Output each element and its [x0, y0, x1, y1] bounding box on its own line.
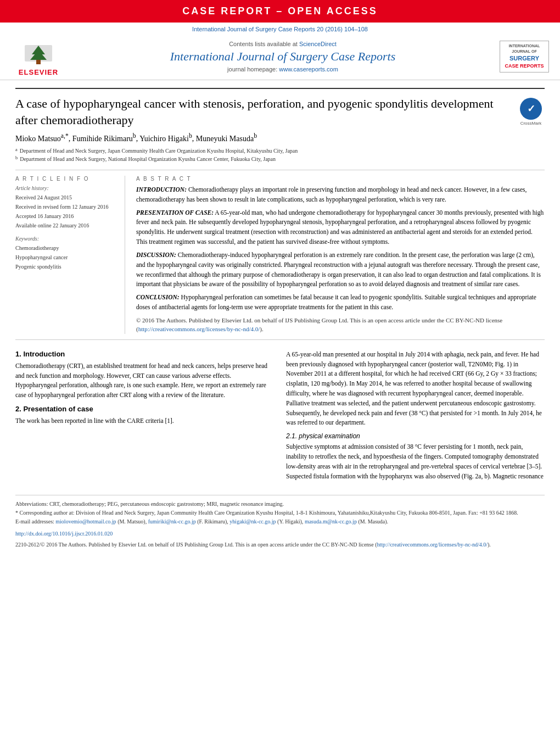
journal-title: International Journal of Surgery Case Re… — [66, 49, 500, 64]
right-paragraph: A 65-year-old man presented at our hospi… — [286, 350, 545, 428]
journal-homepage: journal homepage: www.casereports.com — [66, 66, 500, 72]
author-higaki: Yuichiro Higakib, — [139, 135, 196, 143]
article-info-column: A R T I C L E I N F O Article history: R… — [15, 176, 125, 334]
accepted-date: Accepted 16 January 2016 — [15, 211, 117, 221]
sciencedirect-link[interactable]: ScienceDirect — [299, 41, 337, 47]
physical-paragraph: Subjective symptoms at admission consist… — [286, 442, 545, 481]
keywords-block: Keywords: Chemoradiotherapy Hypopharynge… — [15, 236, 117, 271]
body-divider — [15, 339, 545, 340]
keyword-2: Hypopharyngeal cancer — [15, 253, 117, 262]
doi-link[interactable]: http://dx.doi.org/10.1016/j.ijscr.2016.0… — [15, 531, 113, 537]
author-matsuo: Mioko Matsuoa,*, — [15, 135, 72, 143]
keyword-1: Chemoradiotherapy — [15, 243, 117, 253]
body-columns: 1. Introduction Chemoradiotherapy (CRT),… — [15, 350, 545, 486]
abstract-label: A B S T R A C T — [136, 176, 545, 182]
affiliations: aDepartment of Head and Neck Surgery, Ja… — [15, 147, 545, 163]
article-history-label: Article history: — [15, 185, 117, 191]
email1-name: (M. Matsuo), — [117, 518, 147, 525]
doi-line: http://dx.doi.org/10.1016/j.ijscr.2016.0… — [15, 529, 545, 538]
article-info-abstract: A R T I C L E I N F O Article history: R… — [15, 176, 545, 334]
journal-center-info: Contents lists available at ScienceDirec… — [66, 41, 500, 72]
abstract-intro-heading: INTRODUCTION: — [136, 186, 187, 193]
badge-box: INTERNATIONAL JOURNAL OF SURGERY CASE RE… — [500, 41, 549, 72]
body-left: 1. Introduction Chemoradiotherapy (CRT),… — [15, 350, 274, 486]
journal-citation-text: International Journal of Surgery Case Re… — [192, 26, 368, 32]
authors-line: Mioko Matsuoa,*, Fumihide Rikimarub, Yui… — [15, 132, 545, 143]
cc-link[interactable]: http://creativecommons.org/licenses/by-n… — [377, 542, 488, 548]
case-heading: 2. Presentation of case — [15, 405, 274, 413]
abstract-discussion-heading: DISCUSSION: — [136, 252, 176, 258]
affil-b: bDepartment of Head and Neck Surgery, Na… — [15, 155, 545, 163]
header-row: 🌿 ELSEVIER Contents lists available at S… — [0, 34, 560, 80]
article-info-label: A R T I C L E I N F O — [15, 176, 117, 182]
elsevier-name-text: ELSEVIER — [19, 68, 58, 76]
crossmark-label: CrossMark — [520, 121, 542, 126]
crossmark[interactable]: ✓ CrossMark — [517, 96, 545, 126]
affil-a: aDepartment of Head and Neck Surgery, Ja… — [15, 147, 545, 155]
abstract-case: PRESENTATION OF CASE: A 65-year-old man,… — [136, 208, 545, 247]
intro-paragraph: Chemoradiotherapy (CRT), an established … — [15, 361, 274, 400]
elsevier-tree-icon: 🌿 — [16, 37, 60, 67]
abstract-intro: INTRODUCTION: Chemoradiotherapy plays an… — [136, 185, 545, 205]
email-line: E-mail addresses: miolovemio@hotmail.co.… — [15, 517, 545, 526]
abstract-conclusion: CONCLUSION: Hypopharyngeal perforation c… — [136, 293, 545, 313]
homepage-url[interactable]: www.casereports.com — [279, 66, 338, 72]
email2-name: (F. Rikimaru), — [197, 518, 228, 525]
body-section: 1. Introduction Chemoradiotherapy (CRT),… — [15, 350, 545, 486]
abstract-intro-text: Chemoradiotherapy plays an important rol… — [136, 186, 527, 203]
main-content: A case of hypopharyngeal cancer with ste… — [0, 80, 560, 549]
banner-text: CASE REPORT – OPEN ACCESS — [182, 5, 377, 16]
body-right: A 65-year-old man presented at our hospi… — [286, 350, 545, 486]
open-access-note: © 2016 The Authors. Published by Elsevie… — [136, 316, 545, 334]
available-date: Available online 22 January 2016 — [15, 221, 117, 230]
badge-intl-text: INTERNATIONAL JOURNAL OF — [502, 43, 546, 54]
svg-rect-4 — [36, 60, 41, 64]
email3-link[interactable]: yhigaki@nk-cc.go.jp — [229, 518, 276, 525]
email4-name: (M. Masuda). — [358, 518, 388, 525]
email1-link[interactable]: miolovemio@hotmail.co.jp — [55, 518, 116, 525]
copyright-text: 2210-2612/© 2016 The Authors. Published … — [15, 542, 377, 548]
abstract-text: INTRODUCTION: Chemoradiotherapy plays an… — [136, 185, 545, 334]
badge-case-text: CASE REPORTS — [502, 63, 546, 70]
elsevier-tree-svg: 🌿 — [22, 42, 55, 67]
email4-link[interactable]: masuda.m@nk-cc.go.jp — [305, 518, 357, 525]
elsevier-logo: 🌿 ELSEVIER — [11, 37, 66, 76]
abstract-discussion-text: Chemoradiotherapy-induced hypopharyngeal… — [136, 252, 541, 287]
abstract-case-heading: PRESENTATION OF CASE: — [136, 209, 214, 216]
physical-heading: 2.1. physical examination — [286, 432, 545, 440]
copyright-line: 2210-2612/© 2016 The Authors. Published … — [15, 540, 545, 549]
crossmark-icon: ✓ — [520, 98, 542, 120]
contents-line: Contents lists available at ScienceDirec… — [66, 41, 500, 47]
badge-surgery-text: SURGERY — [502, 54, 546, 63]
email2-link[interactable]: fumiriki@nk-cc.go.jp — [148, 518, 196, 525]
author-rikimaru: Fumihide Rikimarub, — [72, 135, 139, 143]
journal-citation-line: International Journal of Surgery Case Re… — [0, 23, 560, 34]
article-title-section: A case of hypopharyngeal cancer with ste… — [15, 88, 545, 128]
revised-date: Received in revised form 12 January 2016 — [15, 202, 117, 211]
abstract-column: A B S T R A C T INTRODUCTION: Chemoradio… — [136, 176, 545, 334]
article-history-block: Article history: Received 24 August 2015… — [15, 185, 117, 230]
keyword-3: Pyogenic spondylitis — [15, 262, 117, 271]
divider — [15, 170, 545, 170]
case-paragraph: The work has been reported in line with … — [15, 416, 274, 426]
article-info-dates: Received 24 August 2015 Received in revi… — [15, 193, 117, 230]
footnote-section: Abbreviations: CRT, chemoradiotherapy; P… — [15, 495, 545, 549]
abstract-discussion: DISCUSSION: Chemoradiotherapy-induced hy… — [136, 250, 545, 289]
author-masuda: Muneyuki Masudab — [196, 135, 257, 143]
email3-name: (Y. Higaki), — [277, 518, 303, 525]
intro-heading: 1. Introduction — [15, 350, 274, 358]
article-title: A case of hypopharyngeal cancer with ste… — [15, 96, 517, 128]
abbreviations-line: Abbreviations: CRT, chemoradiotherapy; P… — [15, 500, 545, 509]
open-access-link[interactable]: http://creativecommons.org/licenses/by-n… — [138, 326, 260, 332]
keywords-label: Keywords: — [15, 236, 117, 242]
received-date: Received 24 August 2015 — [15, 193, 117, 202]
abstract-conclusion-text: Hypopharyngeal perforation can sometimes… — [136, 294, 536, 310]
abstract-conclusion-heading: CONCLUSION: — [136, 294, 180, 300]
journal-badge: INTERNATIONAL JOURNAL OF SURGERY CASE RE… — [500, 41, 549, 72]
email-label: E-mail addresses: — [15, 518, 54, 525]
banner: CASE REPORT – OPEN ACCESS — [0, 0, 560, 23]
corresponding-line: * Corresponding author at: Division of H… — [15, 509, 545, 517]
